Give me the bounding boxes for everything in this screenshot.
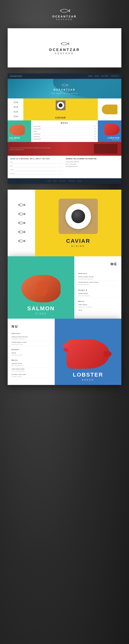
menu-large-title: ME <box>78 262 118 266</box>
fish-icon-lg-5 <box>18 238 25 244</box>
top-logo-brand-subtitle: SEAFOOD <box>56 18 73 20</box>
menu-item-row-1: Shrimp Cocktail12 <box>33 125 96 128</box>
caviar-name-sm: CAVIAR <box>55 116 66 119</box>
menu-item-row-3: Oysters18 <box>33 130 96 133</box>
logo-card: OCEANTZAR SEAFOOD <box>8 28 121 68</box>
fish-photo-cell <box>98 98 121 120</box>
nav-link-delivery[interactable]: DELIVERY <box>101 76 109 77</box>
footer-link-delivery[interactable]: DELIVERY <box>60 180 66 182</box>
svg-point-7 <box>19 204 20 205</box>
contact-address-title: ADDRESS: TELL US WHERE YOU FOUND THIS <box>66 158 119 160</box>
footer-link-home[interactable]: HOME <box>47 180 51 182</box>
nav-link-menu[interactable]: MENU <box>95 76 99 77</box>
fish-icon-lg-2 <box>18 211 25 217</box>
svg-point-6 <box>14 116 14 117</box>
menu-list-cell: MENU Shrimp Cocktail12 Smoked Salmon14 O… <box>31 120 98 142</box>
salmon-large-panel: SALMON STEAK ME Starters Shrimp Cocktail… <box>8 256 121 319</box>
caviar-mound <box>71 210 85 223</box>
menu-left-item-4: Steamed LobsterWhole, drawn butter, lemo… <box>12 362 51 368</box>
site-footer: HOME MENU DELIVERY CONTACTS ABOUT <box>8 178 121 184</box>
lobster-product-cell: LOBSTER BAKED <box>98 120 121 142</box>
caviar-large-panel: CAVIAR ALBINO <box>8 190 121 256</box>
svg-point-5 <box>14 112 14 112</box>
site-navbar: OCEANTZAR HOME MENU DELIVERY CONTACTS <box>8 73 121 79</box>
contact-email: Email: info@oceantzar.com <box>66 166 119 167</box>
caviar-product-type: ALBINO <box>71 245 85 247</box>
hero-brand-sub: SEAFOOD <box>51 91 78 92</box>
menu-section-starters: Starters <box>78 272 118 274</box>
menu-item-row-4: Seafood Bisque10 <box>33 133 96 135</box>
menu-left-title: NU <box>12 324 51 329</box>
fish-icon-1 <box>13 101 18 104</box>
fish-icon-lg-3 <box>18 220 25 226</box>
form-field-name[interactable]: NAME <box>10 161 63 164</box>
caviar-product-name: CAVIAR <box>66 238 90 244</box>
salmon-steak-illustration <box>21 275 60 302</box>
menu-item-lg-5: Tba al... <box>78 309 118 312</box>
fishing-text-block: Our boats bring you the freshest seafood… <box>10 147 53 150</box>
salmon-illustration-sm <box>9 124 25 135</box>
lobster-display-col: LOBSTER BAKED <box>55 319 121 385</box>
logo-card-inner: OCEANTZAR SEAFOOD <box>49 41 80 54</box>
lobster-product-type: BAKED <box>82 379 94 381</box>
svg-point-1 <box>61 43 62 44</box>
menu-item-row-2: Smoked Salmon14 <box>33 128 96 130</box>
top-logo-fish-icon <box>58 8 70 14</box>
hero-content: OCEANTZAR SEAFOOD THE BEST IN ATLANTIC <box>51 83 78 94</box>
menu-item-lg-3: Seafood BisqueCreamy blend, fresh herbs <box>78 292 118 298</box>
lobster-illustration-sm <box>104 124 120 135</box>
nav-link-contacts[interactable]: CONTACTS <box>111 76 119 77</box>
form-field-email[interactable]: EMAIL <box>10 165 63 167</box>
menu-item-lg-2: Smoked Salmon, Cream CheeseOn toasted br… <box>78 282 118 286</box>
lobster-claw-left <box>62 342 69 348</box>
svg-point-8 <box>19 214 20 214</box>
lobster-illustration <box>66 339 110 369</box>
fish-icon-3 <box>13 110 18 113</box>
fish-icons-sidebar <box>8 98 23 120</box>
contact-address-1: 123 Ocean Street, Atlantic City <box>66 161 119 162</box>
salmon-product-cell: SALMON STEAK <box>8 120 31 142</box>
products-row: CAVIAR <box>8 98 121 120</box>
svg-point-9 <box>19 222 20 223</box>
contact-form: LEAVE US A MESSAGE, WE'LL REPLY YOU FAST… <box>10 158 63 176</box>
fish-icon-2 <box>13 106 18 109</box>
nav-link-home[interactable]: HOME <box>88 76 92 77</box>
menu-title-sm: MENU <box>61 122 68 124</box>
caviar-plate-large <box>66 204 91 229</box>
svg-point-11 <box>19 240 20 241</box>
caviar-board-sm <box>56 100 66 110</box>
nav-brand: OCEANTZAR <box>10 76 22 77</box>
menu-item-row-6: Steamed Lobster45 <box>33 138 96 140</box>
lobster-large-panel: NU Starters Shrimp & Fennel, BroccoliSer… <box>8 319 121 385</box>
footer-link-menu[interactable]: MENU <box>53 180 57 182</box>
footer-link-contacts[interactable]: CONTACTS <box>68 180 75 182</box>
card-logo-fish-icon <box>60 41 70 46</box>
lobster-name-sm: LOBSTER <box>108 137 120 139</box>
fish-yellow-illustration <box>102 104 118 114</box>
caviar-panel-inner: CAVIAR ALBINO <box>8 190 121 256</box>
menu-section-entrees: Mains <box>78 300 118 302</box>
hero-brand-name: OCEANTZAR <box>51 88 78 91</box>
caviar-dots-sm <box>58 103 62 107</box>
fish-icon-4 <box>13 115 18 118</box>
menu-large-col: ME Starters Shrimp Cocktail, BroccoliSer… <box>74 256 121 319</box>
contact-info: ADDRESS: TELL US WHERE YOU FOUND THIS 12… <box>66 158 119 176</box>
footer-link-about[interactable]: ABOUT <box>78 180 82 182</box>
form-field-message[interactable]: MESSAGE <box>10 172 63 175</box>
menu-left-item-2: Smoked Salmon, CreamToasted bread, dill,… <box>12 342 51 346</box>
menu-section-soups: Soups & <box>78 289 118 291</box>
form-field-phone[interactable]: PHONE <box>10 168 63 171</box>
salmon-name-sm: SALMON <box>9 137 30 139</box>
salmon-steak-center <box>36 281 48 296</box>
hero-tagline: THE BEST IN ATLANTIC <box>51 93 78 94</box>
menu-item-lg-1: Shrimp Cocktail, BroccoliServed with coc… <box>78 276 118 281</box>
caviar-plate-sm <box>57 102 64 109</box>
svg-point-2 <box>62 84 62 85</box>
menu-item-lg-4: Grilled SalmonAtlantic salmon, seasonal … <box>78 304 118 309</box>
site-hero-section: OCEANTZAR SEAFOOD THE BEST IN ATLANTIC <box>8 79 121 98</box>
top-logo-section: OCEANTZAR SEAFOOD <box>52 8 77 20</box>
svg-point-4 <box>14 107 14 107</box>
lobster-panel-inner: NU Starters Shrimp & Fennel, BroccoliSer… <box>8 319 121 385</box>
lobster-product-name: LOBSTER <box>73 372 103 378</box>
menu-left-item-3: NiçoiseTuna, eggs, olives, beans <box>12 352 51 357</box>
